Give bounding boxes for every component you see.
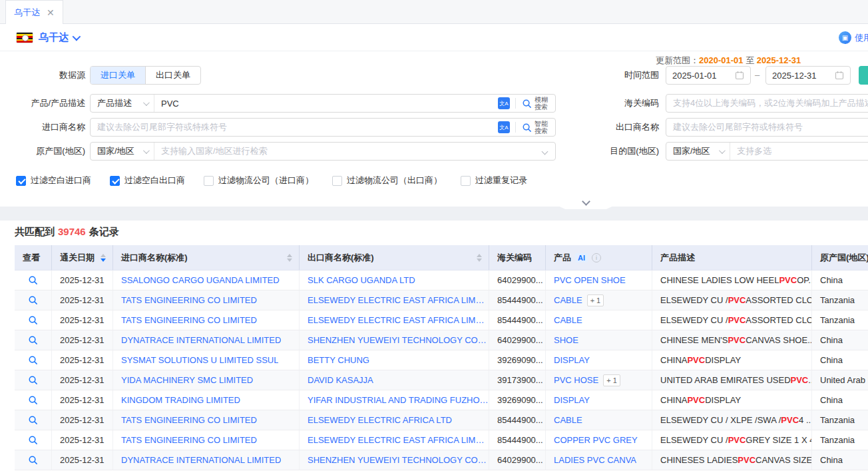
translate-icon[interactable]: 文A <box>498 121 510 133</box>
tab-close-icon[interactable]: ✕ <box>47 8 55 17</box>
fuzzy-search-button[interactable]: 模糊搜索 <box>516 95 555 112</box>
exporter-link[interactable]: SHENZHEN YUEWEIYI TECHNOLOGY CO LTD <box>308 335 489 345</box>
collapse-filters-handle[interactable] <box>539 197 632 209</box>
exporter-link[interactable]: YIFAR INDUSTRIAL AND TRADING FUZHOU... <box>308 395 489 405</box>
product-link[interactable]: DISPLAY <box>554 395 590 405</box>
cell-hs-code: 64029900... <box>489 270 546 290</box>
view-record-button[interactable] <box>15 270 52 290</box>
view-record-button[interactable] <box>15 390 52 410</box>
product-link[interactable]: DISPLAY <box>554 355 590 365</box>
view-record-button[interactable] <box>15 450 52 470</box>
product-link[interactable]: SHOE <box>554 335 578 345</box>
exporter-link[interactable]: DAVID KASAJJA <box>308 375 373 385</box>
sort-control[interactable] <box>101 254 106 262</box>
exporter-link[interactable]: SLK CARGO UGANDA LTD <box>308 275 415 285</box>
exporter-link[interactable]: BETTY CHUNG <box>308 355 369 365</box>
cell-product: PVC HOSE+ 1 <box>546 370 652 390</box>
importer-link[interactable]: KINGDOM TRADING LIMITED <box>121 395 240 405</box>
product-link[interactable]: CABLE <box>554 295 582 305</box>
view-record-button[interactable] <box>15 290 52 310</box>
importer-link[interactable]: YIDA MACHINERY SMC LIMITED <box>121 375 253 385</box>
exporter-link[interactable]: ELSEWEDY ELECTRIC EAST AFRICA LIMTED <box>308 315 489 325</box>
product-link[interactable]: PVC OPEN SHOE <box>554 275 626 285</box>
destination-select[interactable]: 国家/地区 <box>666 143 730 160</box>
origin-select[interactable]: 国家/地区 <box>91 143 154 160</box>
filter-checkbox-0[interactable]: 过滤空白进口商 <box>16 175 91 187</box>
cell-description: ELSEWEDY CU / PVC ASSORTED CLO... <box>652 290 812 310</box>
destination-input[interactable]: 支持多选 <box>730 145 868 157</box>
hs-code-input[interactable]: 支持4位以上海关编码，或2位海关编码加上产品描述、企 <box>666 97 868 109</box>
column-header-1[interactable]: 通关日期 <box>52 245 113 270</box>
importer-link[interactable]: TATS ENGINEERING CO LIMITED <box>121 415 257 425</box>
importer-link[interactable]: TATS ENGINEERING CO LIMITED <box>121 315 257 325</box>
help-link[interactable]: ▣ 使用教程 <box>839 31 868 44</box>
records-table-header: 查看通关日期进口商名称(标准)出口商名称(标准)海关编码产品AIi产品描述原产国… <box>15 245 868 270</box>
importer-link[interactable]: TATS ENGINEERING CO LIMITED <box>121 295 257 305</box>
filter-checkbox-3[interactable]: 过滤物流公司（出口商） <box>332 175 442 187</box>
view-record-button[interactable] <box>15 370 52 390</box>
checkbox-label: 过滤物流公司（出口商） <box>347 175 442 187</box>
exporter-input-group: 建议去除公司尾部字符或特殊符号 <box>666 118 868 137</box>
exporter-link[interactable]: ELSEWEDY ELECTRIC EAST AFRICA LIMTED <box>308 295 489 305</box>
origin-input[interactable]: 支持输入国家/地区进行检索 <box>154 145 542 157</box>
translate-icon[interactable]: 文A <box>498 97 510 109</box>
exporter-link[interactable]: SHENZHEN YUEWEIYI TECHNOLOGY CO LTD <box>308 455 489 465</box>
view-record-button[interactable] <box>15 330 52 350</box>
column-header-3[interactable]: 出口商名称(标准) <box>300 245 489 270</box>
action-button-clipped[interactable] <box>859 66 868 85</box>
importer-input[interactable]: 建议去除公司尾部字符或特殊符号 <box>91 121 498 133</box>
checkbox-label: 过滤空白进口商 <box>31 175 91 187</box>
exporter-input[interactable]: 建议去除公司尾部字符或特殊符号 <box>666 121 868 133</box>
column-header-2[interactable]: 进口商名称(标准) <box>113 245 300 270</box>
keyword-highlight: PVC <box>738 455 756 465</box>
update-range-from: 2020-01-01 <box>699 55 744 65</box>
sort-control[interactable] <box>477 254 482 262</box>
importer-link[interactable]: TATS ENGINEERING CO LIMITED <box>121 435 257 445</box>
data-source-option-1[interactable]: 出口关单 <box>145 67 200 84</box>
product-link[interactable]: CABLE <box>554 315 582 325</box>
product-input[interactable]: PVC <box>154 99 498 109</box>
chevron-down-icon[interactable] <box>73 32 81 41</box>
product-link[interactable]: LADIES PVC CANVA <box>554 455 636 465</box>
smart-search-button[interactable]: 智能搜索 <box>516 119 555 136</box>
filter-checkbox-4[interactable]: 过滤重复记录 <box>461 175 527 187</box>
view-record-button[interactable] <box>15 410 52 430</box>
results-panel: 共匹配到39746条记录 查看通关日期进口商名称(标准)出口商名称(标准)海关编… <box>0 221 868 471</box>
cell-date: 2025-12-31 <box>52 270 113 290</box>
exporter-link[interactable]: ELSEWEDY ELECTRIC EAST AFRICA LIMTED <box>308 435 489 445</box>
product-field-select[interactable]: 产品描述 <box>91 95 154 112</box>
chevron-down-icon[interactable] <box>542 148 548 155</box>
importer-link[interactable]: DYNATRACE INTERNATIONAL LIMITED <box>121 455 281 465</box>
checkbox-icon <box>204 176 214 186</box>
importer-link[interactable]: DYNATRACE INTERNATIONAL LIMITED <box>121 335 281 345</box>
sort-control[interactable] <box>287 254 292 262</box>
more-products-badge[interactable]: + 1 <box>587 294 604 306</box>
filter-checkbox-2[interactable]: 过滤物流公司（进口商） <box>204 175 314 187</box>
data-source-option-0[interactable]: 进口关单 <box>91 67 145 84</box>
cell-description: CHINA PVC DISPLAY <box>652 390 812 410</box>
filter-checkbox-1[interactable]: 过滤空白出口商 <box>110 175 185 187</box>
result-count: 39746 <box>58 226 86 237</box>
more-products-badge[interactable]: + 1 <box>603 374 620 386</box>
cell-date: 2025-12-31 <box>52 350 113 370</box>
exporter-link[interactable]: ELSEWEDY ELECTRIC AFRICA LTD <box>308 415 452 425</box>
importer-link[interactable]: SYSMAT SOLUTIONS U LIMITED SSUL <box>121 355 278 365</box>
data-source-toggle: 进口关单出口关单 <box>90 66 201 85</box>
importer-link[interactable]: SSALONGO CARGO UGANDA LIMITED <box>121 275 280 285</box>
sort-asc-icon <box>287 254 292 257</box>
product-link[interactable]: COPPER PVC GREY <box>554 435 638 445</box>
product-link[interactable]: CABLE <box>554 415 582 425</box>
info-icon[interactable]: i <box>592 253 601 262</box>
view-record-button[interactable] <box>15 430 52 450</box>
hs-code-input-group: 支持4位以上海关编码，或2位海关编码加上产品描述、企 <box>666 94 868 113</box>
country-tab[interactable]: 乌干达 ✕ <box>5 0 63 24</box>
view-record-button[interactable] <box>15 350 52 370</box>
date-from-input[interactable]: 2025-01-01 <box>666 66 751 85</box>
ai-badge: AI <box>575 253 588 262</box>
product-link[interactable]: PVC HOSE <box>554 375 598 385</box>
view-record-button[interactable] <box>15 310 52 330</box>
country-title[interactable]: 乌干达 <box>39 31 69 44</box>
view-record-icon <box>28 355 38 365</box>
date-to-input[interactable]: 2025-12-31 <box>765 66 851 85</box>
cell-importer: DYNATRACE INTERNATIONAL LIMITED <box>113 330 300 350</box>
